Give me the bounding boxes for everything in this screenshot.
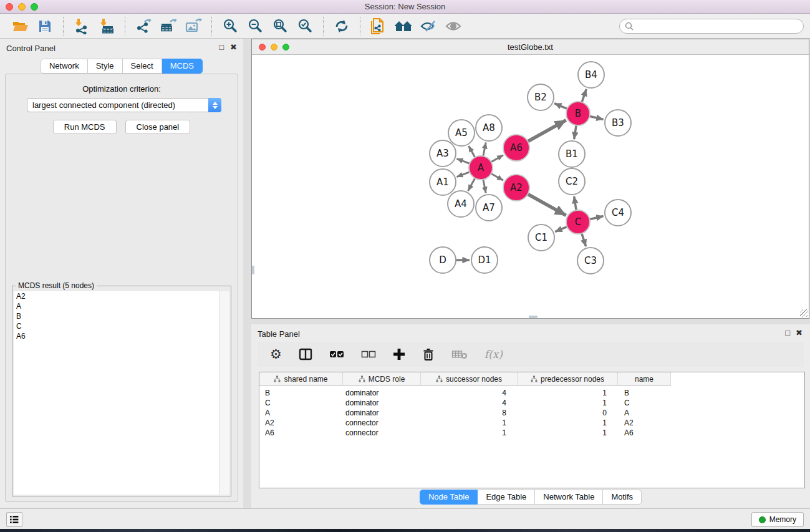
import-network-icon[interactable] [71, 16, 92, 36]
export-image-icon[interactable] [183, 16, 204, 36]
export-network-icon[interactable] [133, 16, 154, 36]
float-panel-icon[interactable]: □ [219, 42, 224, 52]
result-scrollbar[interactable] [220, 291, 229, 495]
add-icon[interactable] [393, 348, 405, 360]
select-all-icon[interactable] [329, 350, 344, 359]
unselect-all-icon[interactable] [361, 350, 376, 359]
tab-node-table[interactable]: Node Table [420, 490, 478, 505]
table-row[interactable]: B dominator 4 1 B [259, 388, 804, 398]
close-panel-button[interactable]: Close panel [125, 120, 191, 134]
gear-icon[interactable]: ⚙ [270, 348, 282, 360]
hide-graphics-details-icon[interactable] [418, 16, 439, 36]
resize-grip[interactable] [800, 309, 808, 317]
toolbar-separator [323, 17, 324, 36]
list-item[interactable]: A [14, 301, 219, 311]
main-toolbar [0, 14, 810, 39]
tab-network[interactable]: Network [41, 59, 88, 74]
tab-select[interactable]: Select [123, 59, 162, 74]
cell-mcds-role[interactable]: dominator [343, 409, 421, 417]
cell-predecessor-nodes[interactable]: 1 [518, 389, 618, 397]
table-row[interactable]: C dominator 4 1 C [259, 398, 804, 408]
column-header-mcds-role[interactable]: MCDS role [343, 372, 421, 386]
cell-mcds-role[interactable]: connector [343, 418, 421, 427]
cell-name[interactable]: A2 [618, 418, 671, 427]
cell-successor-nodes[interactable]: 8 [421, 409, 518, 417]
column-header-predecessor-nodes[interactable]: predecessor nodes [518, 372, 618, 386]
search-field[interactable] [619, 19, 804, 34]
window-titlebar: Session: New Session [0, 0, 810, 14]
control-panel: Control Panel □ ✖ Network Style Select M… [0, 39, 243, 508]
network-canvas[interactable]: B4B2BB3A5A8A6B1A3AC2A1A2A4A7CC4C1C3DD1 [252, 55, 809, 318]
tab-mcds[interactable]: MCDS [162, 59, 203, 74]
search-input[interactable] [637, 22, 798, 31]
column-header-name[interactable]: name [618, 372, 671, 386]
memory-status-icon [759, 516, 766, 523]
cell-predecessor-nodes[interactable]: 0 [518, 409, 618, 417]
shared-column-icon [531, 375, 538, 382]
home-icon[interactable] [393, 16, 414, 36]
close-table-panel-icon[interactable]: ✖ [796, 328, 803, 337]
cell-shared-name[interactable]: A [259, 409, 343, 417]
show-graphics-details-icon[interactable] [443, 16, 464, 36]
cell-predecessor-nodes[interactable]: 1 [518, 418, 618, 427]
cell-successor-nodes[interactable]: 4 [421, 399, 518, 407]
cell-name[interactable]: A [618, 409, 671, 417]
graph-node-label-A5: A5 [455, 127, 468, 138]
list-item[interactable]: A6 [14, 331, 219, 341]
save-session-icon[interactable] [34, 16, 55, 36]
cell-mcds-role[interactable]: dominator [343, 399, 421, 407]
cell-name[interactable]: B [618, 389, 671, 397]
cell-shared-name[interactable]: C [259, 399, 343, 407]
tab-edge-table[interactable]: Edge Table [478, 490, 535, 505]
tab-motifs[interactable]: Motifs [603, 490, 642, 505]
table-panel: Table Panel □ ✖ ⚙ f(x) [251, 324, 810, 508]
task-history-button[interactable] [6, 512, 22, 527]
cell-shared-name[interactable]: A2 [259, 418, 343, 427]
cell-mcds-role[interactable]: dominator [343, 389, 421, 397]
cell-successor-nodes[interactable]: 1 [421, 428, 518, 437]
cell-successor-nodes[interactable]: 1 [421, 418, 518, 427]
table-header: shared name MCDS role successor nodes pr… [259, 372, 804, 386]
cell-name[interactable]: A6 [618, 428, 671, 437]
cell-predecessor-nodes[interactable]: 1 [518, 428, 618, 437]
zoom-fit-icon[interactable] [269, 16, 291, 36]
float-table-panel-icon[interactable]: □ [785, 328, 790, 337]
list-item[interactable]: C [14, 321, 219, 331]
graph-node-label-A3: A3 [436, 148, 449, 159]
import-table-icon[interactable] [96, 16, 117, 36]
tab-network-table[interactable]: Network Table [535, 490, 603, 505]
column-header-successor-nodes[interactable]: successor nodes [421, 372, 518, 386]
zoom-out-icon[interactable] [244, 16, 266, 36]
window-title: Session: New Session [0, 2, 810, 11]
zoom-selected-icon[interactable] [294, 16, 316, 36]
table-row[interactable]: A6 connector 1 1 A6 [259, 428, 804, 438]
open-network-document-icon[interactable] [368, 16, 389, 36]
cell-mcds-role[interactable]: connector [343, 428, 421, 437]
list-item[interactable]: B [14, 311, 219, 321]
export-table-icon[interactable] [158, 16, 179, 36]
run-mcds-button[interactable]: Run MCDS [53, 120, 117, 134]
graph-node-label-A: A [478, 162, 485, 173]
cell-shared-name[interactable]: A6 [259, 428, 343, 437]
cell-shared-name[interactable]: B [259, 389, 343, 397]
cell-predecessor-nodes[interactable]: 1 [518, 399, 618, 407]
cell-name[interactable]: C [618, 399, 671, 407]
column-header-shared-name[interactable]: shared name [259, 372, 343, 386]
cell-successor-nodes[interactable]: 4 [421, 389, 518, 397]
table-row[interactable]: A2 connector 1 1 A2 [259, 418, 804, 428]
apply-preferred-layout-icon[interactable] [331, 16, 352, 36]
show-columns-icon[interactable] [299, 348, 312, 360]
open-file-icon[interactable] [9, 16, 31, 36]
function-builder-icon[interactable]: f(x) [485, 348, 503, 360]
zoom-in-icon[interactable] [219, 16, 241, 36]
horizontal-scrollbar-thumb[interactable] [529, 316, 538, 318]
tab-style[interactable]: Style [88, 59, 123, 74]
delete-table-icon[interactable] [451, 349, 468, 359]
vertical-scrollbar-thumb[interactable] [252, 266, 254, 274]
list-item[interactable]: A2 [14, 291, 219, 301]
close-panel-icon[interactable]: ✖ [230, 42, 237, 52]
memory-button[interactable]: Memory [751, 512, 804, 527]
table-row[interactable]: A dominator 8 0 A [259, 408, 804, 418]
delete-icon[interactable] [422, 347, 435, 361]
criterion-dropdown[interactable]: largest connected component (directed) [27, 98, 221, 112]
